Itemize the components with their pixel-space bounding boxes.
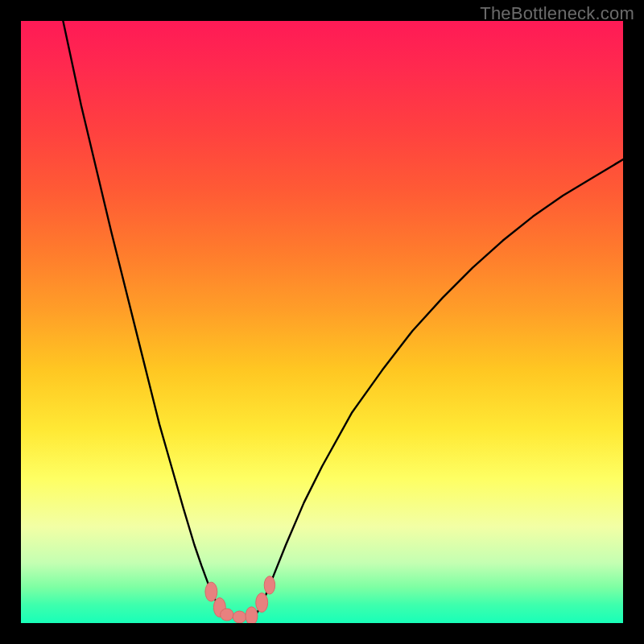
curve-marker bbox=[233, 611, 246, 623]
bottleneck-curve bbox=[63, 21, 623, 617]
curve-marker bbox=[221, 609, 233, 621]
chart-frame bbox=[21, 21, 623, 623]
curve-marker bbox=[264, 576, 275, 594]
curve-markers bbox=[205, 576, 275, 623]
chart-svg bbox=[21, 21, 623, 623]
curve-marker bbox=[205, 582, 217, 601]
curve-marker bbox=[246, 607, 258, 623]
watermark-text: TheBottleneck.com bbox=[480, 3, 634, 24]
curve-marker bbox=[256, 593, 268, 613]
